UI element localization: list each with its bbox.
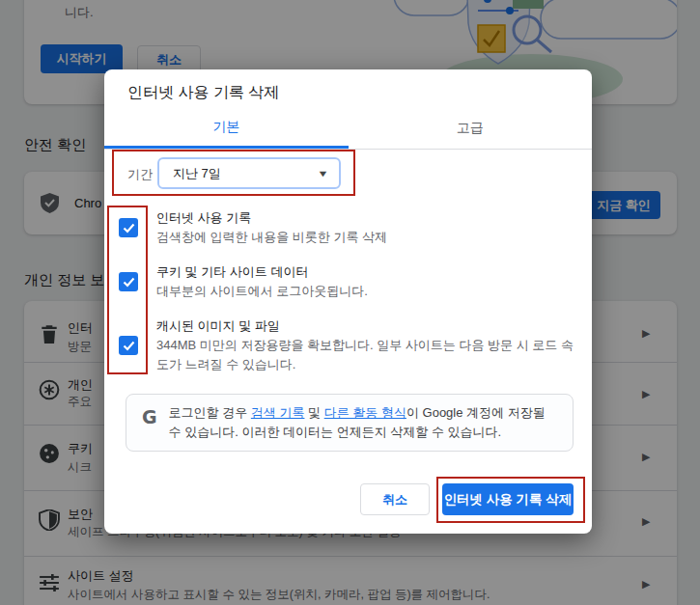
- browsing-history-checkbox[interactable]: [119, 218, 138, 237]
- checkmark-icon: [123, 223, 135, 234]
- google-account-notice: G 로그인할 경우 검색 기록 및 다른 활동 형식이 Google 계정에 저…: [126, 394, 574, 452]
- other-activity-link[interactable]: 다른 활동 형식: [324, 405, 406, 420]
- tab-basic[interactable]: 기본: [104, 108, 349, 149]
- clear-data-button[interactable]: 인터넷 사용 기록 삭제: [442, 483, 574, 515]
- checkbox-title: 인터넷 사용 기록: [156, 208, 574, 228]
- notice-text: 로그인할 경우 검색 기록 및 다른 활동 형식이 Google 계정에 저장될…: [169, 403, 559, 442]
- dropdown-caret-icon: ▼: [317, 169, 328, 179]
- checkmark-icon: [123, 341, 135, 351]
- chrome-settings-screen: Chrome의 주요 개인 정보 보호 및 보안 제어 기능을 살펴봅 니다. …: [0, 0, 700, 605]
- cached-files-checkbox[interactable]: [119, 336, 138, 355]
- checkbox-title: 쿠키 및 기타 사이트 데이터: [156, 262, 574, 282]
- notice-text-mid: 및: [304, 405, 323, 420]
- checkbox-row-cookies: 쿠키 및 기타 사이트 데이터 대부분의 사이트에서 로그아웃됩니다.: [119, 262, 577, 301]
- dialog-tabs: 기본 고급: [104, 108, 592, 150]
- dialog-cancel-button[interactable]: 취소: [360, 483, 430, 515]
- checkbox-desc: 대부분의 사이트에서 로그아웃됩니다.: [156, 282, 574, 301]
- checkbox-title: 캐시된 이미지 및 파일: [156, 316, 574, 336]
- checkmark-icon: [123, 277, 135, 288]
- time-range-value: 지난 7일: [173, 165, 319, 182]
- clear-browsing-data-dialog: 인터넷 사용 기록 삭제 기본 고급 기간 지난 7일 ▼ 인터넷 사용 기록 …: [104, 69, 592, 534]
- dialog-title: 인터넷 사용 기록 삭제: [127, 83, 279, 103]
- search-history-link[interactable]: 검색 기록: [251, 405, 305, 420]
- time-range-select[interactable]: 지난 7일 ▼: [157, 157, 341, 189]
- google-g-icon: G: [142, 406, 157, 427]
- tab-advanced[interactable]: 고급: [349, 108, 593, 149]
- notice-text-before: 로그인할 경우: [169, 405, 251, 420]
- time-range-label: 기간: [127, 166, 153, 183]
- checkbox-desc: 검색창에 입력한 내용을 비롯한 기록 삭제: [156, 228, 574, 247]
- checkbox-row-browsing-history: 인터넷 사용 기록 검색창에 입력한 내용을 비롯한 기록 삭제: [119, 208, 577, 247]
- cookies-checkbox[interactable]: [119, 272, 138, 291]
- checkbox-row-cached-files: 캐시된 이미지 및 파일 344MB 미만의 저장용량을 확보합니다. 일부 사…: [119, 316, 577, 374]
- checkbox-desc: 344MB 미만의 저장용량을 확보합니다. 일부 사이트는 다음 방문 시 로…: [156, 336, 574, 374]
